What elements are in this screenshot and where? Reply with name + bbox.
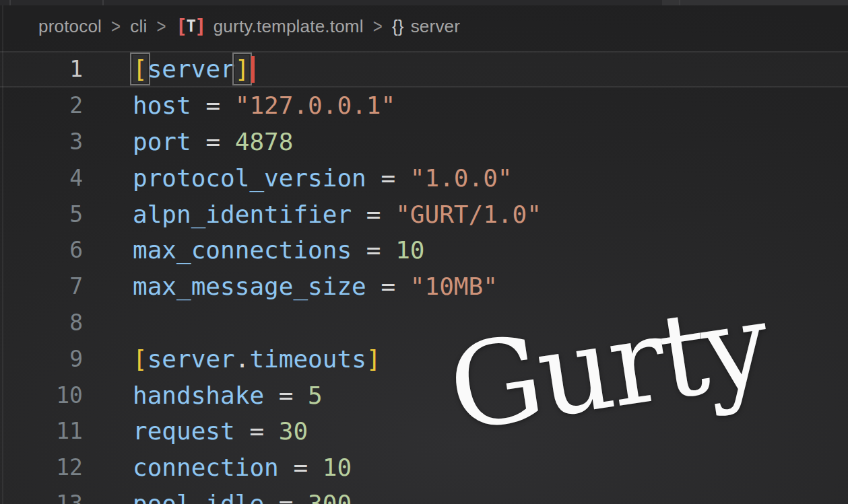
code-text[interactable]: max_connections = 10 — [133, 236, 425, 264]
toml-file-icon: [ T ] — [176, 15, 207, 38]
code-token: = — [366, 273, 410, 300]
code-token: = — [235, 417, 279, 445]
code-token: "1.0.0" — [410, 164, 513, 192]
code-line[interactable]: 11request = 30 — [0, 413, 848, 449]
code-line[interactable]: 10handshake = 5 — [0, 377, 848, 413]
code-token: "GURT/1.0" — [395, 201, 542, 228]
code-line[interactable]: 6max_connections = 10 — [0, 232, 848, 268]
breadcrumb-item-protocol[interactable]: protocol — [38, 16, 102, 37]
tab-bar-strip — [0, 0, 848, 5]
code-token: host — [133, 92, 191, 119]
code-line[interactable]: 7max_message_size = "10MB" — [0, 268, 848, 305]
text-cursor — [251, 56, 255, 83]
code-token: = — [191, 128, 235, 155]
code-token: handshake — [133, 382, 264, 409]
code-line[interactable]: 3port = 4878 — [0, 124, 848, 160]
code-text[interactable]: max_message_size = "10MB" — [133, 273, 498, 300]
code-line[interactable]: 12connection = 10 — [0, 449, 848, 486]
line-number: 7 — [0, 273, 83, 299]
line-number: 9 — [0, 346, 83, 372]
code-token: 10 — [323, 454, 352, 481]
code-token: = — [264, 382, 308, 409]
code-token: protocol_version — [133, 164, 366, 192]
code-editor[interactable]: 1[server]2host = "127.0.0.1"3port = 4878… — [0, 51, 848, 504]
code-token: 30 — [279, 417, 308, 445]
code-text[interactable]: connection = 10 — [133, 454, 352, 481]
code-token: = — [366, 164, 410, 192]
code-text[interactable]: alpn_identifier = "GURT/1.0" — [133, 201, 542, 228]
line-number: 13 — [0, 491, 83, 504]
code-token: connection — [133, 454, 279, 481]
code-line[interactable]: 1[server] — [0, 51, 848, 87]
code-token: alpn_identifier — [133, 201, 352, 228]
tab-bar-segment — [662, 0, 680, 5]
code-text[interactable]: host = "127.0.0.1" — [133, 92, 395, 119]
code-line[interactable]: 8 — [0, 305, 848, 341]
breadcrumb-item-cli[interactable]: cli — [130, 16, 147, 37]
chevron-right-icon: > — [156, 15, 166, 38]
line-number: 4 — [0, 165, 83, 191]
code-token: "10MB" — [410, 273, 498, 300]
tab-bar-segment — [680, 0, 848, 5]
code-line[interactable]: 4protocol_version = "1.0.0" — [0, 159, 848, 196]
code-token: = — [279, 454, 323, 481]
line-number: 3 — [0, 129, 83, 155]
code-token: = — [264, 490, 308, 504]
code-text[interactable]: pool_idle = 300 — [133, 490, 352, 504]
code-token: max_connections — [133, 236, 352, 264]
tab-divider — [102, 0, 104, 5]
code-token: . — [235, 345, 250, 373]
breadcrumb-item-filename[interactable]: gurty.template.toml — [214, 16, 364, 37]
code-token: [ — [133, 345, 148, 373]
code-token: request — [133, 417, 235, 445]
line-number: 12 — [0, 454, 83, 480]
code-line[interactable]: 13pool_idle = 300 — [0, 486, 848, 504]
chevron-right-icon: > — [111, 15, 121, 38]
code-token: "127.0.0.1" — [235, 92, 395, 119]
code-token: max_message_size — [133, 273, 366, 300]
line-number: 8 — [0, 310, 83, 336]
symbol-namespace-icon: {} — [392, 16, 404, 37]
code-text[interactable]: [server.timeouts] — [133, 345, 381, 373]
breadcrumb: protocol > cli > [ T ] gurty.template.to… — [0, 5, 848, 47]
code-line[interactable]: 2host = "127.0.0.1" — [0, 87, 848, 124]
code-token: = — [352, 236, 395, 264]
code-token: timeouts — [249, 345, 366, 373]
code-token: 10 — [395, 236, 424, 264]
line-number: 11 — [0, 418, 83, 444]
code-token: = — [191, 92, 235, 119]
code-token: port — [133, 128, 191, 155]
code-line[interactable]: 5alpn_identifier = "GURT/1.0" — [0, 196, 848, 232]
code-token: = — [352, 201, 395, 228]
tab-divider — [9, 0, 11, 5]
code-token: pool_idle — [133, 490, 264, 504]
line-number: 6 — [0, 237, 83, 263]
code-line[interactable]: 9[server.timeouts] — [0, 340, 848, 377]
chevron-right-icon: > — [373, 15, 383, 38]
code-text[interactable]: handshake = 5 — [133, 382, 323, 409]
code-text[interactable]: protocol_version = "1.0.0" — [133, 164, 513, 192]
code-token: ] — [366, 345, 381, 373]
code-text[interactable]: port = 4878 — [133, 128, 293, 155]
code-token: 5 — [308, 382, 323, 409]
breadcrumb-item-server[interactable]: server — [411, 16, 460, 37]
matched-bracket: ] — [235, 55, 250, 83]
line-number: 10 — [0, 382, 83, 408]
line-number: 2 — [0, 92, 83, 118]
code-token: server — [148, 55, 235, 83]
matched-bracket: [ — [133, 55, 148, 83]
line-number: 5 — [0, 201, 83, 227]
line-number: 1 — [0, 56, 83, 82]
code-token: 300 — [308, 490, 352, 504]
code-text[interactable]: [server] — [133, 55, 255, 83]
code-text[interactable]: request = 30 — [133, 417, 308, 445]
tab-divider — [679, 0, 680, 5]
code-token: 4878 — [235, 128, 294, 155]
code-token: server — [148, 345, 235, 373]
